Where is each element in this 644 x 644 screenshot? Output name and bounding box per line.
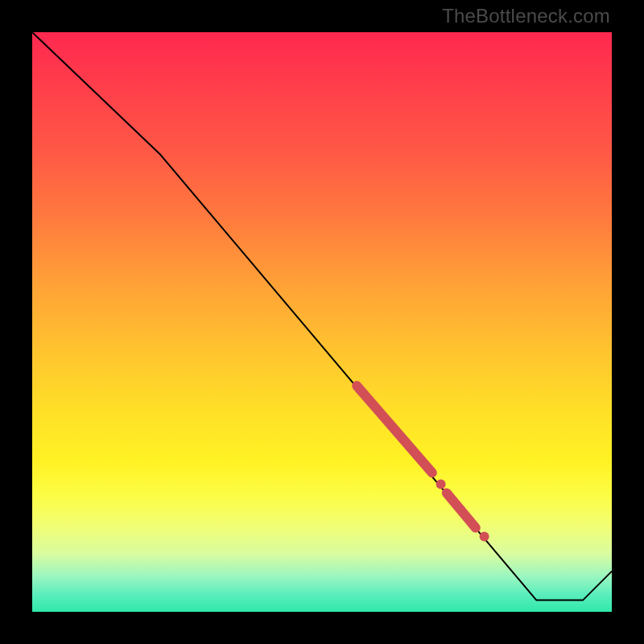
watermark-text: TheBottleneck.com: [442, 5, 610, 27]
plot-area: [32, 32, 612, 612]
chart-canvas: TheBottleneck.com: [0, 0, 644, 644]
